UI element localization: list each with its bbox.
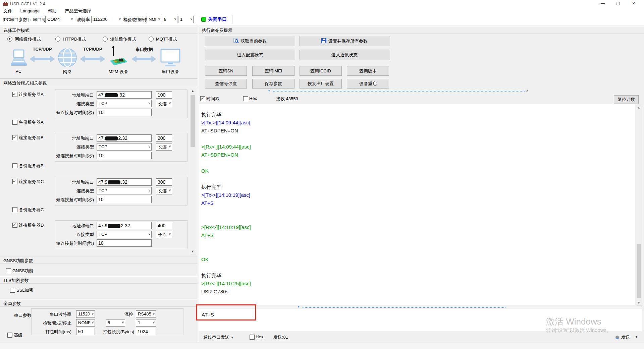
server-a-timeout-input[interactable]: 10	[97, 109, 152, 116]
com-port-select[interactable]: COM4∨	[45, 16, 74, 23]
scroll-up-icon[interactable]: ▲	[190, 89, 195, 93]
flow-select[interactable]: RS485∨	[136, 310, 156, 318]
log-line	[201, 248, 635, 256]
server-a-keep-select[interactable]: 长连∨	[156, 100, 172, 107]
factory-reset-button[interactable]: 恢复出厂设置	[300, 79, 342, 89]
pc-icon	[9, 49, 28, 69]
splitter-handle-icon[interactable]: ▾	[298, 305, 300, 308]
log-line: 执行完毕	[201, 184, 635, 192]
server-b-backup-label: 备份服务器B	[19, 163, 44, 169]
query-iccid-button[interactable]: 查询ICCID	[300, 66, 342, 76]
server-c-connect-checkbox[interactable]	[12, 179, 17, 184]
server-c-backup-checkbox[interactable]	[12, 207, 17, 212]
log-line: AT+SDPEN=ON	[201, 152, 635, 160]
log-hex-checkbox[interactable]	[243, 96, 248, 101]
server-c-address-input[interactable]: 47.9.32	[97, 178, 152, 186]
log-line: AT+S	[201, 200, 635, 208]
server-a-port-input[interactable]: 100	[156, 91, 172, 99]
menu-help[interactable]: 帮助	[45, 7, 60, 14]
enter-comm-button[interactable]: 进入通讯状态	[300, 50, 389, 60]
advanced-checkbox[interactable]	[7, 333, 12, 338]
radio-sms[interactable]	[103, 37, 108, 42]
query-sn-button[interactable]: 查询SN	[205, 66, 247, 76]
server-b-timeout-input[interactable]: 10	[97, 152, 152, 159]
collapse-up-icon[interactable]: ∧	[526, 89, 528, 92]
log-line: 执行完毕	[201, 112, 635, 120]
server-a-type-select[interactable]: TCP∨	[97, 100, 152, 107]
server-d-keep-select[interactable]: 长连∨	[156, 231, 172, 238]
gnss-checkbox[interactable]	[6, 268, 11, 273]
scrollbar-thumb[interactable]	[191, 95, 195, 147]
query-signal-button[interactable]: 查信号强度	[205, 79, 247, 89]
query-version-button[interactable]: 查询版本	[347, 66, 389, 76]
radio-net-transparent[interactable]	[7, 37, 12, 42]
send-button[interactable]: 发送	[621, 334, 630, 340]
menu-file[interactable]: 文件	[0, 7, 15, 14]
chevron-down-icon: ∨	[148, 144, 151, 148]
splitter-handle-icon[interactable]: ▾	[268, 89, 270, 93]
server-c-port-input[interactable]: 300	[156, 178, 172, 186]
pack-time-input[interactable]: 50	[76, 328, 95, 335]
ssl-checkbox[interactable]	[10, 288, 15, 293]
maximize-button[interactable]: ▢	[611, 0, 625, 7]
server-b-keep-select[interactable]: 长连∨	[156, 143, 172, 151]
send-hex-checkbox[interactable]	[250, 335, 255, 340]
server-b-port-input[interactable]: 200	[156, 134, 172, 142]
enter-config-button[interactable]: 进入配置状态	[205, 50, 295, 60]
menu-language[interactable]: Language	[17, 8, 43, 13]
scroll-down-icon[interactable]: ▼	[190, 250, 195, 253]
server-c-timeout-input[interactable]: 10	[97, 196, 152, 203]
server-b-address-input[interactable]: 47.2.32	[97, 134, 152, 142]
server-c-type-select[interactable]: TCP∨	[97, 187, 152, 194]
scroll-up-icon[interactable]: ∧	[636, 106, 641, 109]
server-b-connect-checkbox[interactable]	[12, 135, 17, 140]
server-d-port-input[interactable]: 400	[156, 222, 172, 229]
global-baud-select[interactable]: 115200∨	[76, 310, 95, 318]
close-serial-button[interactable]: 关闭串口	[208, 16, 227, 22]
close-button[interactable]: ✕	[627, 0, 640, 7]
log-top-splitter[interactable]	[273, 91, 525, 92]
minimize-button[interactable]: —	[596, 0, 609, 7]
radio-mqtt[interactable]	[149, 37, 154, 42]
server-a-address-input[interactable]: 47..32	[97, 91, 152, 99]
query-imei-button[interactable]: 查询IMEI	[252, 66, 294, 76]
menu-product-model[interactable]: 产品型号选择	[61, 7, 94, 14]
databits-select[interactable]: 8∨	[162, 16, 177, 23]
server-d-timeout-input[interactable]: 10	[97, 239, 152, 247]
scroll-down-icon[interactable]: ∨	[636, 301, 641, 304]
pc-serial-label: [PC串口参数]：串口号	[3, 17, 46, 23]
global-stopbits-select[interactable]: 1∨	[136, 319, 156, 327]
global-parity-select[interactable]: NONE∨	[76, 319, 95, 327]
server-a-backup-checkbox[interactable]	[12, 120, 17, 125]
server-d-address-input[interactable]: 47.92.32	[97, 222, 152, 229]
stopbits-select[interactable]: 1∨	[178, 16, 194, 23]
server-b-type-select[interactable]: TCP∨	[97, 143, 152, 151]
log-output[interactable]: 执行完毕>[Tx->][14:09:44][asc]AT+SDPEN=ON >[…	[199, 104, 635, 305]
set-save-params-button[interactable]: 设置并保存所有参数	[300, 36, 389, 46]
server-c-keep-select[interactable]: 长连∨	[156, 187, 172, 194]
baud-label: 波特率	[77, 17, 90, 23]
arrow-icon	[30, 55, 55, 64]
log-scrollbar[interactable]: ∧ ∨	[636, 105, 642, 306]
device-restart-button[interactable]: 设备重启	[347, 79, 389, 89]
global-databits-select[interactable]: 8∨	[106, 319, 125, 327]
server-a-connect-checkbox[interactable]	[12, 92, 17, 97]
server-d-connect-checkbox[interactable]	[12, 223, 17, 228]
save-params-button[interactable]: 保存参数	[252, 79, 294, 89]
server-b-backup-checkbox[interactable]	[12, 163, 17, 168]
send-splitter-dots[interactable]	[303, 307, 505, 308]
timestamp-checkbox[interactable]	[200, 96, 205, 101]
baud-select[interactable]: 115200∨	[91, 16, 122, 23]
get-params-button[interactable]: 获取当前参数	[205, 36, 295, 46]
reset-count-button[interactable]: 复位计数	[614, 95, 639, 104]
send-via-serial-button[interactable]: 通过串口发送 ▼	[203, 334, 234, 340]
radio-httpd[interactable]	[55, 37, 60, 42]
chevron-down-icon[interactable]: ▼	[635, 335, 638, 339]
parity-select[interactable]: NONI∨	[147, 16, 161, 23]
timeout-label: 短连接超时时间(秒)	[34, 153, 94, 159]
server-list-scrollbar[interactable]: ▲ ▼	[190, 88, 196, 254]
log-line: OK	[201, 256, 635, 265]
scrollbar-thumb[interactable]	[637, 244, 641, 298]
pack-len-input[interactable]: 1024	[136, 328, 156, 335]
server-d-type-select[interactable]: TCP∨	[97, 231, 152, 238]
